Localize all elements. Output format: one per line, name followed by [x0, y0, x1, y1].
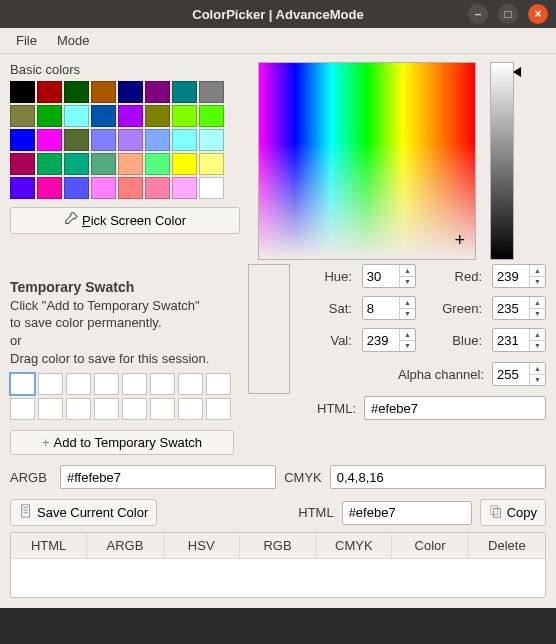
basic-color-swatch[interactable]: [91, 129, 116, 151]
basic-color-swatch[interactable]: [199, 81, 224, 103]
basic-color-swatch[interactable]: [10, 177, 35, 199]
val-input[interactable]: [363, 329, 399, 351]
red-input[interactable]: [493, 265, 529, 287]
temp-swatch-slot[interactable]: [122, 373, 147, 395]
val-spin[interactable]: ▲▼: [362, 328, 416, 352]
basic-color-swatch[interactable]: [172, 153, 197, 175]
spin-down-icon[interactable]: ▼: [530, 276, 545, 288]
basic-color-swatch[interactable]: [91, 105, 116, 127]
argb-input[interactable]: [60, 465, 276, 489]
basic-color-swatch[interactable]: [37, 105, 62, 127]
basic-color-swatch[interactable]: [37, 177, 62, 199]
basic-color-swatch[interactable]: [145, 129, 170, 151]
table-header-cell[interactable]: HTML: [11, 533, 87, 559]
temp-swatch-slot[interactable]: [178, 398, 203, 420]
basic-color-swatch[interactable]: [199, 105, 224, 127]
temp-swatch-slot[interactable]: [150, 398, 175, 420]
hue-input[interactable]: [363, 265, 399, 287]
basic-color-swatch[interactable]: [64, 81, 89, 103]
basic-color-swatch[interactable]: [118, 153, 143, 175]
basic-color-swatch[interactable]: [118, 177, 143, 199]
spin-down-icon[interactable]: ▼: [400, 308, 415, 320]
basic-color-swatch[interactable]: [91, 153, 116, 175]
spin-up-icon[interactable]: ▲: [530, 329, 545, 340]
basic-color-swatch[interactable]: [145, 177, 170, 199]
basic-color-swatch[interactable]: [199, 153, 224, 175]
html-bottom-input[interactable]: [342, 501, 472, 525]
table-header-cell[interactable]: HSV: [164, 533, 240, 559]
menu-mode[interactable]: Mode: [49, 30, 98, 51]
green-input[interactable]: [493, 297, 529, 319]
blue-spin[interactable]: ▲▼: [492, 328, 546, 352]
spin-down-icon[interactable]: ▼: [530, 340, 545, 352]
temp-swatch-slot[interactable]: [150, 373, 175, 395]
hue-spin[interactable]: ▲▼: [362, 264, 416, 288]
sat-spin[interactable]: ▲▼: [362, 296, 416, 320]
add-to-temporary-swatch-button[interactable]: + Add to Temporary Swatch: [10, 430, 234, 455]
spin-down-icon[interactable]: ▼: [400, 340, 415, 352]
basic-color-swatch[interactable]: [10, 153, 35, 175]
cmyk-input[interactable]: [330, 465, 546, 489]
table-header-cell[interactable]: RGB: [240, 533, 316, 559]
spin-up-icon[interactable]: ▲: [530, 265, 545, 276]
basic-color-swatch[interactable]: [64, 105, 89, 127]
temp-swatch-slot[interactable]: [66, 398, 91, 420]
basic-color-swatch[interactable]: [64, 177, 89, 199]
temp-swatch-slot[interactable]: [206, 373, 231, 395]
alpha-input[interactable]: [493, 363, 529, 385]
basic-color-swatch[interactable]: [172, 105, 197, 127]
basic-color-swatch[interactable]: [118, 129, 143, 151]
basic-color-swatch[interactable]: [64, 153, 89, 175]
value-slider[interactable]: [490, 62, 514, 260]
basic-color-swatch[interactable]: [91, 177, 116, 199]
red-spin[interactable]: ▲▼: [492, 264, 546, 288]
basic-color-swatch[interactable]: [172, 81, 197, 103]
spin-up-icon[interactable]: ▲: [400, 329, 415, 340]
basic-color-swatch[interactable]: [37, 153, 62, 175]
temp-swatch-slot[interactable]: [10, 398, 35, 420]
blue-input[interactable]: [493, 329, 529, 351]
temp-swatch-slot[interactable]: [38, 398, 63, 420]
close-button[interactable]: ×: [528, 4, 548, 24]
basic-color-swatch[interactable]: [91, 81, 116, 103]
table-header-cell[interactable]: Delete: [469, 533, 545, 559]
temp-swatch-slot[interactable]: [38, 373, 63, 395]
table-header-cell[interactable]: Color: [392, 533, 468, 559]
pick-screen-color-button[interactable]: Pick Screen Color: [10, 207, 240, 234]
basic-color-swatch[interactable]: [10, 105, 35, 127]
temp-swatch-slot[interactable]: [178, 373, 203, 395]
basic-color-swatch[interactable]: [172, 129, 197, 151]
basic-color-swatch[interactable]: [37, 81, 62, 103]
table-header-cell[interactable]: ARGB: [87, 533, 163, 559]
basic-color-swatch[interactable]: [145, 153, 170, 175]
temp-swatch-slot[interactable]: [66, 373, 91, 395]
spin-down-icon[interactable]: ▼: [530, 374, 545, 386]
temp-swatch-slot[interactable]: [206, 398, 231, 420]
basic-color-swatch[interactable]: [64, 129, 89, 151]
basic-color-swatch[interactable]: [118, 81, 143, 103]
temp-swatch-slot[interactable]: [94, 398, 119, 420]
alpha-spin[interactable]: ▲▼: [492, 362, 546, 386]
basic-color-swatch[interactable]: [10, 129, 35, 151]
color-field[interactable]: +: [258, 62, 476, 260]
maximize-button[interactable]: □: [498, 4, 518, 24]
menu-file[interactable]: File: [8, 30, 45, 51]
basic-color-swatch[interactable]: [118, 105, 143, 127]
temp-swatch-slot[interactable]: [10, 373, 35, 395]
spin-up-icon[interactable]: ▲: [400, 265, 415, 276]
green-spin[interactable]: ▲▼: [492, 296, 546, 320]
basic-color-swatch[interactable]: [172, 177, 197, 199]
basic-color-swatch[interactable]: [145, 81, 170, 103]
basic-color-swatch[interactable]: [10, 81, 35, 103]
html-top-input[interactable]: [364, 396, 546, 420]
sat-input[interactable]: [363, 297, 399, 319]
minimize-button[interactable]: –: [468, 4, 488, 24]
spin-up-icon[interactable]: ▲: [530, 297, 545, 308]
basic-color-swatch[interactable]: [145, 105, 170, 127]
copy-button[interactable]: Copy: [480, 499, 546, 526]
temp-swatch-slot[interactable]: [122, 398, 147, 420]
temp-swatch-slot[interactable]: [94, 373, 119, 395]
basic-color-swatch[interactable]: [37, 129, 62, 151]
save-current-color-button[interactable]: Save Current Color: [10, 499, 157, 526]
basic-color-swatch[interactable]: [199, 177, 224, 199]
